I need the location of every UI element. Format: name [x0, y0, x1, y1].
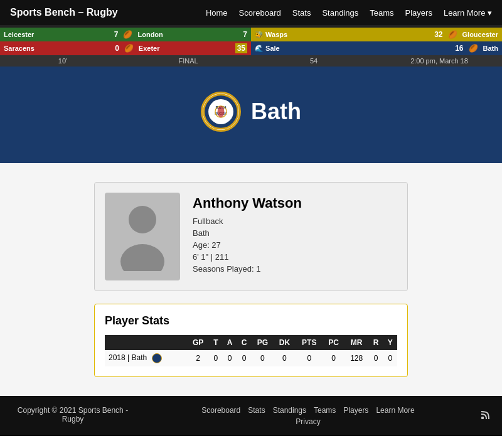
score-separator: 🏉: [123, 30, 132, 39]
col-y: Y: [383, 335, 397, 350]
score-sep3: 🏉: [448, 30, 457, 39]
site-title: Sports Bench – Rugby: [10, 7, 206, 18]
team-header: BATH RUGBY Bath: [0, 67, 502, 163]
team-name-heading: Bath: [251, 99, 301, 125]
nav-stats[interactable]: Stats: [292, 8, 311, 18]
stats-title: Player Stats: [105, 314, 397, 328]
nav-scoreboard[interactable]: Scoreboard: [239, 8, 281, 18]
team-bath-score: Bath: [483, 45, 498, 52]
col-gp: GP: [187, 335, 209, 350]
team-sale: 🌊 Sale: [255, 45, 280, 53]
player-team: Bath: [193, 228, 302, 238]
team-exeter: Exeter: [139, 45, 160, 52]
stats-table: GP T A C PG DK PTS PC MR R Y 2018 | Bath: [105, 335, 397, 366]
player-seasons: Seasons Played: 1: [193, 264, 302, 274]
player-card: Anthony Watson Fullback Bath Age: 27 6' …: [94, 182, 408, 291]
stat-pts: 0: [296, 350, 323, 366]
footer-standings[interactable]: Standings: [273, 406, 306, 415]
score-row-wasps: 🐝 Wasps 32 🏉 Gloucester: [251, 28, 502, 41]
score-sep4: 🏉: [469, 44, 478, 53]
stat-gp: 2: [187, 350, 209, 366]
footer-copyright: Copyright © 2021 Sports Bench - Rugby: [10, 406, 136, 424]
footer-teams[interactable]: Teams: [314, 406, 336, 415]
nav-home[interactable]: Home: [206, 8, 228, 18]
col-pts: PTS: [296, 335, 323, 350]
score-london: 7: [238, 30, 247, 39]
team-leicester: Leicester: [4, 31, 34, 38]
team-london: London: [137, 31, 163, 38]
footer-score2: 54: [251, 57, 376, 65]
col-season: [105, 335, 187, 350]
score-col-right: 🐝 Wasps 32 🏉 Gloucester 🌊 Sale 16 🏉 Bath: [251, 28, 502, 55]
footer-scoreboard[interactable]: Scoreboard: [201, 406, 240, 415]
footer-status: FINAL: [125, 57, 251, 65]
score-sep2: 🏉: [124, 44, 134, 53]
team-wasps: 🐝 Wasps: [255, 31, 287, 39]
footer-players[interactable]: Players: [343, 406, 368, 415]
score-col-left: Leicester 7 🏉 London 7 Saracens 0 🏉 Exet…: [0, 28, 251, 55]
score-wasps: 32: [429, 30, 442, 39]
player-position: Fullback: [193, 216, 302, 226]
stat-a: 0: [223, 350, 237, 366]
col-t: T: [209, 335, 222, 350]
stat-season: 2018 | Bath: [105, 350, 187, 366]
nav-teams[interactable]: Teams: [370, 8, 393, 18]
stat-r: 0: [369, 350, 383, 366]
footer-learn-more[interactable]: Learn More: [376, 406, 414, 415]
site-footer: Copyright © 2021 Sports Bench - Rugby Sc…: [0, 396, 502, 436]
score-rows: Leicester 7 🏉 London 7 Saracens 0 🏉 Exet…: [0, 28, 502, 55]
footer-stats[interactable]: Stats: [248, 406, 265, 415]
score-bar: Leicester 7 🏉 London 7 Saracens 0 🏉 Exet…: [0, 25, 502, 67]
team-gloucester: Gloucester: [462, 31, 498, 38]
main-content: Anthony Watson Fullback Bath Age: 27 6' …: [0, 163, 502, 396]
stat-mr: 128: [344, 350, 369, 366]
nav-standings[interactable]: Standings: [322, 8, 358, 18]
footer-links: Scoreboard Stats Standings Teams Players…: [201, 406, 415, 426]
stats-card: Player Stats GP T A C PG DK PTS PC MR R …: [94, 304, 408, 377]
svg-point-7: [120, 244, 164, 271]
player-info: Anthony Watson Fullback Bath Age: 27 6' …: [193, 193, 302, 280]
team-badge-icon: [152, 353, 162, 363]
svg-point-5: [218, 106, 225, 117]
player-measurements: 6' 1" | 211: [193, 252, 302, 262]
footer-links-bottom: Privacy: [296, 417, 320, 426]
rss-icon[interactable]: [481, 408, 492, 423]
stats-header-row: GP T A C PG DK PTS PC MR R Y: [105, 335, 397, 350]
col-r: R: [369, 335, 383, 350]
score-footer: 10' FINAL 54 2:00 pm, March 18: [0, 55, 502, 67]
col-pg: PG: [252, 335, 274, 350]
main-nav: Sports Bench – Rugby Home Scoreboard Sta…: [0, 0, 502, 25]
score-sale: 16: [450, 44, 463, 53]
col-c: C: [237, 335, 252, 350]
col-dk: DK: [274, 335, 296, 350]
nav-learn-more[interactable]: Learn More ▾: [444, 8, 492, 18]
stat-c: 0: [237, 350, 252, 366]
footer-time2: 2:00 pm, March 18: [376, 57, 502, 65]
footer-privacy[interactable]: Privacy: [296, 417, 320, 426]
stat-pc: 0: [323, 350, 344, 366]
stat-y: 0: [383, 350, 397, 366]
score-row-saracens: Saracens 0 🏉 Exeter 35: [0, 41, 251, 55]
footer-links-top: Scoreboard Stats Standings Teams Players…: [201, 406, 415, 415]
col-pc: PC: [323, 335, 344, 350]
col-mr: MR: [344, 335, 369, 350]
score-saracens: 0: [110, 44, 119, 53]
player-avatar: [105, 193, 180, 280]
stats-row: 2018 | Bath 2 0 0 0 0 0 0 0 128 0 0: [105, 350, 397, 366]
stat-dk: 0: [274, 350, 296, 366]
svg-point-6: [129, 206, 156, 233]
nav-players[interactable]: Players: [405, 8, 432, 18]
stat-pg: 0: [252, 350, 274, 366]
copyright-text: Copyright © 2021 Sports Bench - Rugby: [18, 406, 128, 424]
player-name: Anthony Watson: [193, 195, 302, 211]
svg-rect-8: [481, 417, 484, 419]
stat-t: 0: [209, 350, 222, 366]
nav-links: Home Scoreboard Stats Standings Teams Pl…: [206, 8, 492, 18]
team-logo: BATH RUGBY: [201, 92, 241, 132]
score-exeter: 35: [235, 43, 247, 53]
player-age: Age: 27: [193, 240, 302, 250]
score-leicester: 7: [109, 30, 119, 39]
col-a: A: [223, 335, 237, 350]
team-saracens: Saracens: [4, 45, 35, 52]
footer-time: 10': [0, 57, 125, 65]
